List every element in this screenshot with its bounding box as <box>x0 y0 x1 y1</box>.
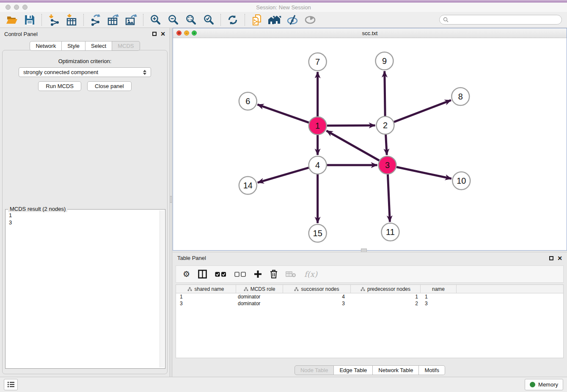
save-session-button[interactable] <box>21 13 38 27</box>
tab-network-table[interactable]: Network Table <box>373 365 419 375</box>
show-hidden-button[interactable] <box>302 13 319 27</box>
export-image-button[interactable] <box>123 13 140 27</box>
plus-icon <box>254 270 262 278</box>
table-mode-button[interactable]: ⚙ <box>183 270 190 278</box>
clone-network-icon <box>251 14 263 26</box>
delete-columns-button[interactable] <box>270 270 278 279</box>
table-cell[interactable]: 2 <box>351 301 421 306</box>
checked-boxes-icon <box>215 272 226 277</box>
minimize-network-button[interactable] <box>184 30 189 36</box>
tab-mcds[interactable]: MCDS <box>112 41 140 51</box>
column-header-name[interactable]: name <box>421 285 457 293</box>
table-cell[interactable]: 1 <box>176 294 236 300</box>
edge-2-8[interactable] <box>394 100 451 122</box>
dropdown-stepper-icon <box>143 70 146 75</box>
import-network-icon <box>48 14 60 26</box>
tab-node-table[interactable]: Node Table <box>295 365 334 375</box>
import-network-button[interactable] <box>45 13 62 27</box>
zoom-selected-button[interactable] <box>200 13 217 27</box>
result-scrollbar[interactable] <box>160 210 164 367</box>
unselect-all-columns-button[interactable] <box>234 272 246 277</box>
search-icon <box>443 17 449 22</box>
mcds-result-text: 1 3 <box>7 211 159 367</box>
zoom-window-button[interactable] <box>22 5 28 10</box>
save-floppy-icon <box>24 14 35 25</box>
import-table-button[interactable] <box>63 13 80 27</box>
select-all-columns-button[interactable] <box>215 272 226 277</box>
column-header-mcds-role[interactable]: MCDS role <box>236 285 283 293</box>
open-folder-icon <box>6 14 18 25</box>
edge-4-14[interactable] <box>258 168 309 182</box>
workspace: Control Panel ✕ Network Style Select MCD… <box>0 28 567 377</box>
table-row[interactable]: 1dominator411 <box>176 293 563 300</box>
export-network-icon <box>90 14 102 26</box>
edge-2-9[interactable] <box>385 71 385 116</box>
memory-label: Memory <box>538 381 558 388</box>
table-cell[interactable]: 1 <box>351 294 421 300</box>
homes-icon <box>268 15 281 25</box>
list-icon <box>7 381 15 388</box>
float-panel-icon[interactable] <box>152 32 157 36</box>
column-header-shared-name[interactable]: shared name <box>176 285 236 293</box>
close-window-button[interactable] <box>6 5 11 10</box>
control-panel: Control Panel ✕ Network Style Select MCD… <box>0 28 170 377</box>
float-panel-icon[interactable] <box>549 256 553 260</box>
columns-icon <box>198 270 207 279</box>
show-column-button[interactable] <box>198 270 207 279</box>
export-image-icon <box>125 14 138 26</box>
create-column-button[interactable] <box>254 270 262 278</box>
table-cell[interactable]: dominator <box>236 294 283 300</box>
maximize-network-button[interactable] <box>192 30 197 36</box>
table-cell[interactable]: dominator <box>236 301 283 306</box>
table-cell[interactable]: 3 <box>283 301 351 306</box>
tab-motifs[interactable]: Motifs <box>419 365 445 375</box>
edge-3-10[interactable] <box>396 167 451 179</box>
edge-1-2[interactable] <box>327 125 375 126</box>
close-panel-icon[interactable]: ✕ <box>557 256 562 260</box>
table-cell[interactable]: 4 <box>283 294 351 300</box>
search-input[interactable] <box>451 17 558 23</box>
edge-1-6[interactable] <box>257 105 308 123</box>
open-session-button[interactable] <box>3 13 20 27</box>
column-header-predecessor-nodes[interactable]: predecessor nodes <box>351 285 421 293</box>
hide-selected-button[interactable] <box>284 13 301 27</box>
export-table-button[interactable] <box>105 13 122 27</box>
node-label-8: 8 <box>458 92 463 101</box>
edge-3-11[interactable] <box>388 174 390 222</box>
close-panel-icon[interactable]: ✕ <box>160 32 165 36</box>
node-label-4: 4 <box>315 160 320 170</box>
zoom-in-button[interactable] <box>147 13 164 27</box>
memory-button[interactable]: Memory <box>525 379 563 390</box>
network-canvas[interactable]: 7968124314101511 <box>173 38 567 250</box>
optimization-criterion-dropdown[interactable]: strongly connected component <box>19 67 151 77</box>
export-table-icon <box>107 14 120 26</box>
table-row[interactable]: 3dominator323 <box>176 300 563 307</box>
clone-network-button[interactable] <box>248 13 265 27</box>
zoom-fit-button[interactable] <box>182 13 199 27</box>
network-window-titlebar: scc.txt <box>173 28 567 38</box>
attribute-icon <box>294 287 299 291</box>
toolbar-separator <box>143 14 143 26</box>
show-all-button[interactable] <box>266 13 283 27</box>
tab-edge-table[interactable]: Edge Table <box>334 365 373 375</box>
zoom-out-button[interactable] <box>165 13 182 27</box>
run-mcds-button[interactable]: Run MCDS <box>38 81 81 91</box>
tab-network[interactable]: Network <box>30 41 62 51</box>
tab-style[interactable]: Style <box>62 41 85 51</box>
task-history-button[interactable] <box>4 379 18 390</box>
export-network-button[interactable] <box>87 13 104 27</box>
search-field[interactable] <box>439 15 562 25</box>
tab-select[interactable]: Select <box>85 41 112 51</box>
table-tabs: Node Table Edge Table Network Table Moti… <box>173 365 567 375</box>
table-cell[interactable]: 3 <box>421 301 457 306</box>
edge-2-3[interactable] <box>386 135 387 155</box>
close-network-button[interactable] <box>176 30 182 36</box>
table-cell[interactable]: 3 <box>176 301 236 306</box>
apply-layout-button[interactable] <box>224 13 241 27</box>
close-panel-button[interactable]: Close panel <box>87 81 132 91</box>
minimize-window-button[interactable] <box>14 5 19 10</box>
column-header-filler <box>457 285 563 293</box>
table-cell[interactable]: 1 <box>421 294 457 300</box>
edge-3-1[interactable] <box>327 131 380 160</box>
column-header-successor-nodes[interactable]: successor nodes <box>283 285 351 293</box>
